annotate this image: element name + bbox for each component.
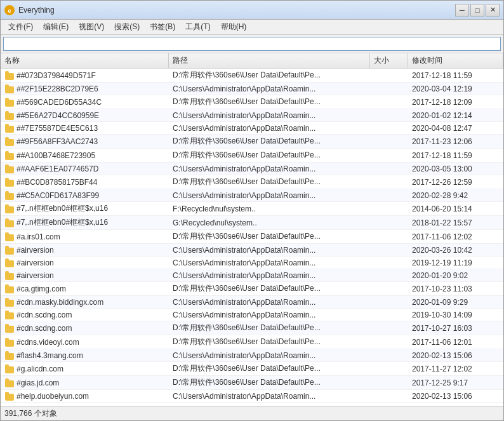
- cell-name: #cdn.masky.biddingx.com: [1, 296, 169, 308]
- file-name: #cdn.scdng.com: [17, 311, 72, 319]
- table-row[interactable]: ##2F15E228BC2D79E6C:\Users\Administrator…: [1, 83, 503, 95]
- file-name: #airversion: [17, 258, 54, 267]
- cell-modified: 2020-04-08 12:47: [408, 122, 503, 134]
- table-row[interactable]: ##AAF6E1EA0774657DC:\Users\Administrator…: [1, 163, 503, 175]
- table-row[interactable]: ##9F56A8FF3AAC2743D:\常用软件\360se6\User Da…: [1, 135, 503, 149]
- folder-icon: [4, 204, 15, 213]
- table-row[interactable]: #cdn.scdng.comD:\常用软件\360se6\User Data\D…: [1, 321, 503, 335]
- column-modified[interactable]: 修改时间: [408, 53, 503, 68]
- cell-name: #cdn.scdng.com: [1, 321, 169, 335]
- table-row[interactable]: ##569CADED6D55A34CD:\常用软件\360se6\User Da…: [1, 95, 503, 109]
- table-row[interactable]: #gias.jd.comD:\常用软件\360se6\User Data\Def…: [1, 376, 503, 390]
- cell-name: #gias.jd.com: [1, 376, 169, 389]
- cell-modified: 2020-03-26 10:42: [408, 244, 503, 256]
- folder-icon: [4, 324, 15, 333]
- cell-name: #airversion: [1, 244, 169, 256]
- cell-size: [370, 189, 408, 201]
- file-name: #cdn.masky.biddingx.com: [17, 298, 103, 307]
- menu-item-F[interactable]: 文件(F): [3, 20, 38, 34]
- folder-icon: [4, 111, 15, 120]
- cell-name: #flash4.3mang.com: [1, 349, 169, 361]
- table-row[interactable]: ##BC0D87858175BF44D:\常用软件\360se6\User Da…: [1, 175, 503, 189]
- table-row[interactable]: ##7E75587DE4E5C613C:\Users\Administrator…: [1, 122, 503, 135]
- cell-path: D:\常用软件\360se6\User Data\Default\Pe...: [169, 230, 370, 243]
- folder-icon: [4, 178, 15, 187]
- file-name: #help.duobeiyun.com: [17, 392, 89, 401]
- column-path[interactable]: 路径: [169, 53, 370, 68]
- file-name: ##9F56A8FF3AAC2743: [17, 137, 98, 146]
- column-name[interactable]: 名称: [1, 53, 169, 68]
- file-list-body[interactable]: ##073D3798449D571FD:\常用软件\360se6\User Da…: [1, 69, 503, 406]
- cell-modified: 2017-11-06 12:01: [408, 335, 503, 349]
- table-row[interactable]: #cdn.scdng.comC:\Users\Administrator\App…: [1, 309, 503, 321]
- cell-size: [370, 83, 408, 95]
- menu-item-S[interactable]: 搜索(S): [109, 20, 145, 34]
- cell-name: #g.alicdn.com: [1, 362, 169, 375]
- cell-size: [370, 109, 408, 121]
- table-row[interactable]: #airversionC:\Users\Administrator\AppDat…: [1, 244, 503, 257]
- cell-name: #a.irs01.com: [1, 230, 169, 243]
- cell-modified: 2017-11-23 12:06: [408, 135, 503, 148]
- table-row[interactable]: ##073D3798449D571FD:\常用软件\360se6\User Da…: [1, 69, 503, 83]
- cell-path: C:\Users\Administrator\AppData\Roamin...: [169, 296, 370, 308]
- table-row[interactable]: #flash4.3mang.comC:\Users\Administrator\…: [1, 349, 503, 362]
- cell-size: [370, 135, 408, 148]
- table-row[interactable]: #cdns.videoyi.comD:\常用软件\360se6\User Dat…: [1, 335, 503, 349]
- table-row[interactable]: ##C5AC0FD617A83F99C:\Users\Administrator…: [1, 189, 503, 202]
- column-size[interactable]: 大小: [370, 53, 408, 68]
- table-row[interactable]: #7,.n框框ebn0#框框$x,u16G:\Recycled\nul\syst…: [1, 216, 503, 230]
- table-row[interactable]: #a.irs01.comD:\常用软件\360se6\User Data\Def…: [1, 230, 503, 244]
- table-row[interactable]: #airversionC:\Users\Administrator\AppDat…: [1, 257, 503, 269]
- cell-size: [370, 282, 408, 295]
- file-name: ##AAF6E1EA0774657D: [17, 164, 98, 173]
- table-row[interactable]: #ca.gtimg.comD:\常用软件\360se6\User Data\De…: [1, 282, 503, 296]
- maximize-button[interactable]: □: [470, 4, 484, 17]
- menu-item-B[interactable]: 书签(B): [145, 20, 180, 34]
- app-icon: e: [4, 5, 15, 15]
- folder-icon: [4, 311, 15, 319]
- folder-icon: [4, 338, 15, 347]
- cell-path: C:\Users\Administrator\AppData\Roamin...: [169, 122, 370, 134]
- cell-modified: 2017-11-27 12:02: [408, 362, 503, 375]
- table-row[interactable]: #help.duobeiyun.comC:\Users\Administrato…: [1, 390, 503, 403]
- table-row[interactable]: ##A100B7468E723905D:\常用软件\360se6\User Da…: [1, 149, 503, 163]
- folder-icon: [4, 164, 15, 173]
- close-button[interactable]: ✕: [486, 4, 500, 17]
- cell-modified: 2020-02-28 9:42: [408, 189, 503, 201]
- folder-icon: [4, 124, 15, 133]
- cell-path: D:\常用软件\360se6\User Data\Default\Pe...: [169, 175, 370, 189]
- list-header: 名称 路径 大小 修改时间: [1, 53, 503, 69]
- cell-modified: 2020-03-05 13:00: [408, 163, 503, 175]
- cell-name: ##569CADED6D55A34C: [1, 95, 169, 109]
- minimize-button[interactable]: ─: [455, 4, 469, 17]
- file-name: ##7E75587DE4E5C613: [17, 124, 98, 133]
- cell-modified: 2020-03-04 12:19: [408, 83, 503, 95]
- title-bar: e Everything ─ □ ✕: [1, 1, 503, 20]
- cell-name: ##AAF6E1EA0774657D: [1, 163, 169, 175]
- cell-path: D:\常用软件\360se6\User Data\Default\Pe...: [169, 95, 370, 109]
- menu-item-H[interactable]: 帮助(H): [216, 20, 252, 34]
- cell-modified: 2017-12-25 9:17: [408, 376, 503, 389]
- table-row[interactable]: ##5E6A27D4CC60959EC:\Users\Administrator…: [1, 109, 503, 122]
- cell-name: ##7E75587DE4E5C613: [1, 122, 169, 134]
- menu-item-V[interactable]: 视图(V): [74, 20, 109, 34]
- menu-item-E[interactable]: 编辑(E): [38, 20, 74, 34]
- search-input[interactable]: [3, 37, 501, 51]
- menu-item-T[interactable]: 工具(T): [180, 20, 215, 34]
- cell-path: C:\Users\Administrator\AppData\Roamin...: [169, 83, 370, 95]
- cell-path: D:\常用软件\360se6\User Data\Default\Pe...: [169, 282, 370, 295]
- cell-size: [370, 390, 408, 402]
- window-title: Everything: [18, 6, 55, 15]
- cell-name: ##C5AC0FD617A83F99: [1, 189, 169, 201]
- table-row[interactable]: #airversionC:\Users\Administrator\AppDat…: [1, 269, 503, 282]
- cell-name: #ca.gtimg.com: [1, 282, 169, 295]
- cell-size: [370, 321, 408, 335]
- file-name: ##073D3798449D571F: [17, 71, 96, 80]
- table-row[interactable]: #7,.n框框ebn0#框框$x,u16F:\Recycled\nul\syst…: [1, 202, 503, 216]
- file-name: #airversion: [17, 271, 54, 280]
- cell-modified: 2019-10-30 14:09: [408, 309, 503, 321]
- table-row[interactable]: #cdn.masky.biddingx.comC:\Users\Administ…: [1, 296, 503, 309]
- table-row[interactable]: #g.alicdn.comD:\常用软件\360se6\User Data\De…: [1, 362, 503, 376]
- folder-icon: [4, 284, 15, 293]
- folder-icon: [4, 246, 15, 255]
